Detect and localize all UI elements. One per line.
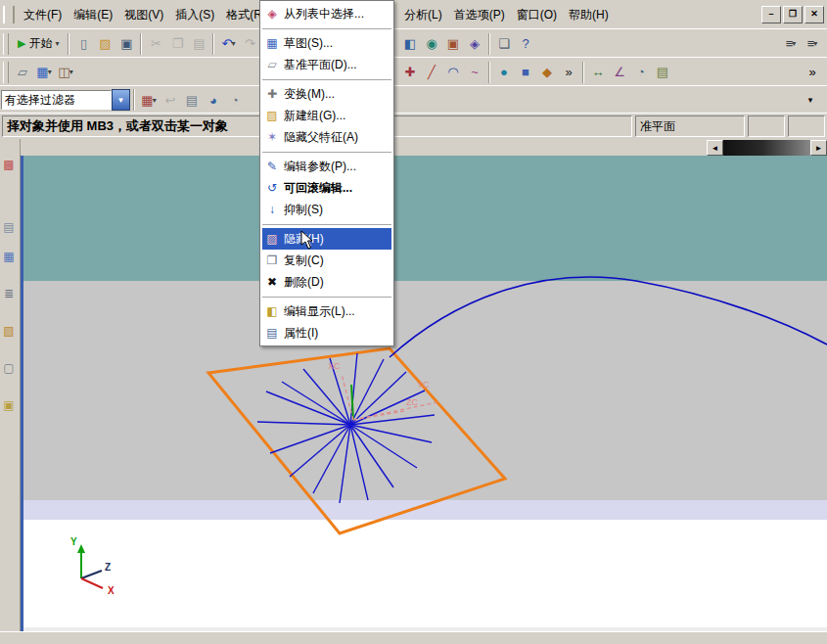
menubar-item[interactable]: 帮助(H) bbox=[563, 5, 615, 24]
toolbar-options2-icon[interactable]: ≡▾ bbox=[802, 33, 823, 55]
sphere-tool-icon[interactable]: ● bbox=[493, 62, 515, 83]
curve-tool-icon-glyph: ~ bbox=[471, 65, 479, 79]
layer-settings-icon[interactable]: ▤ bbox=[652, 62, 673, 83]
context-menu-item[interactable]: ◈从列表中选择... bbox=[262, 3, 391, 24]
resource-bar: ▩▤▦≣▧▢▣ bbox=[0, 139, 21, 631]
sidebar-palette-icon[interactable]: ▧ bbox=[1, 323, 17, 339]
context-menu-item[interactable]: ✶隐藏父特征(A) bbox=[262, 126, 391, 148]
context-menu-item[interactable]: ▨隐藏(H) bbox=[262, 228, 391, 250]
save-icon[interactable]: ▣ bbox=[115, 33, 137, 55]
context-menu-item[interactable]: ❐复制(C) bbox=[262, 250, 391, 271]
menu-separator bbox=[262, 24, 391, 32]
graphics-canvas[interactable] bbox=[21, 156, 827, 631]
sidebar-roles-icon[interactable]: ▢ bbox=[1, 360, 17, 376]
context-menu-item[interactable]: ✎编辑参数(P)... bbox=[262, 156, 391, 177]
sidebar-history-icon[interactable]: ▩ bbox=[1, 157, 17, 172]
restore-icon[interactable]: ❐ bbox=[783, 6, 803, 23]
copy-item-icon: ❐ bbox=[262, 253, 282, 267]
scroll-left-icon[interactable]: ◄ bbox=[707, 140, 723, 156]
context-menu-item[interactable]: ▱基准平面(D)... bbox=[262, 54, 391, 75]
menu-separator bbox=[262, 75, 391, 83]
copy-icon[interactable]: ❐ bbox=[166, 33, 188, 55]
line-tool-icon[interactable]: ╱ bbox=[421, 62, 442, 83]
view-orient-icon[interactable]: ◧ bbox=[399, 33, 421, 55]
measure-angle-icon-glyph: ∠ bbox=[614, 65, 625, 79]
graphics-top-strip: ◄ ► bbox=[21, 139, 827, 156]
context-menu-item[interactable]: ↓抑制(S) bbox=[262, 199, 391, 220]
start-button[interactable]: ▶ 开始 ▾ bbox=[12, 32, 65, 56]
copy-icon-glyph: ❐ bbox=[172, 36, 184, 51]
scrollbar-track[interactable] bbox=[723, 140, 810, 156]
block-tool-icon[interactable]: ■ bbox=[515, 62, 536, 83]
suppress-icon: ↓ bbox=[262, 203, 282, 216]
sketch-tool-icon[interactable]: ▦▾ bbox=[33, 62, 55, 83]
context-menu-item-label: 编辑参数(P)... bbox=[282, 159, 356, 175]
open-file-icon[interactable]: ▨ bbox=[94, 33, 115, 55]
context-menu-item[interactable]: ▨新建组(G)... bbox=[262, 105, 391, 126]
context-menu-item[interactable]: ▤属性(I) bbox=[262, 322, 391, 344]
status-cell bbox=[788, 115, 825, 137]
menubar-item[interactable]: 首选项(P) bbox=[448, 5, 511, 24]
menubar-item[interactable]: 视图(V) bbox=[118, 5, 169, 24]
shaded-ball-icon[interactable]: ◕ bbox=[203, 89, 224, 111]
close-icon[interactable]: ✕ bbox=[804, 6, 824, 23]
datum-plane-tool-icon[interactable]: ▱ bbox=[12, 62, 33, 83]
snap-point-icon[interactable]: ▦▾ bbox=[138, 89, 160, 111]
context-menu-item-label: 新建组(G)... bbox=[282, 108, 345, 124]
selection-filter-combo[interactable]: 有选择过滤器 ▼ bbox=[1, 89, 130, 111]
more-dropdown-icon[interactable]: ▾ bbox=[800, 89, 821, 111]
paste-icon[interactable]: ▤ bbox=[188, 33, 209, 55]
undo-icon[interactable]: ↶▾ bbox=[217, 33, 239, 55]
cut-icon[interactable]: ✂ bbox=[145, 33, 166, 55]
minimize-icon[interactable]: – bbox=[761, 6, 781, 23]
graphics-window: ▩▤▦≣▧▢▣ ◄ ► XCYCZCYZX bbox=[0, 139, 827, 631]
point-tool-icon[interactable]: ✚ bbox=[399, 62, 421, 83]
sidebar-assembly-icon[interactable]: ▤ bbox=[1, 219, 17, 235]
more-tools-icon[interactable]: » bbox=[558, 62, 579, 83]
horizontal-scrollbar[interactable]: ◄ ► bbox=[707, 140, 827, 156]
status-cell bbox=[748, 115, 785, 137]
menubar-item[interactable]: 编辑(E) bbox=[68, 5, 118, 24]
measure-distance-icon[interactable]: ↔ bbox=[587, 62, 609, 83]
redo-icon[interactable]: ↷ bbox=[239, 33, 260, 55]
shaded-view-icon[interactable]: ◉ bbox=[421, 33, 442, 55]
window-icon[interactable]: ❏ bbox=[493, 33, 515, 55]
combo-dropdown-icon[interactable]: ▼ bbox=[112, 89, 130, 111]
datum-plane-icon: ▱ bbox=[262, 58, 282, 71]
measure-angle-icon[interactable]: ∠ bbox=[609, 62, 630, 83]
transform-icon: ✚ bbox=[262, 87, 282, 101]
toolbar-row2-left-icons: ▯▨▣✂❐▤↶▾↷ bbox=[72, 33, 260, 55]
context-menu-item-label: 复制(C) bbox=[282, 253, 324, 269]
feature-tool-icon[interactable]: ◫▾ bbox=[55, 62, 76, 83]
menubar-item[interactable]: 窗口(O) bbox=[511, 5, 563, 24]
arc-tool-icon[interactable]: ◠ bbox=[442, 62, 464, 83]
menubar-item[interactable]: 插入(S) bbox=[169, 5, 220, 24]
info-analysis-icon[interactable]: ◔ bbox=[630, 62, 652, 83]
context-help-icon[interactable]: ? bbox=[515, 33, 536, 55]
new-file-icon[interactable]: ▯ bbox=[72, 33, 94, 55]
scroll-right-icon[interactable]: ► bbox=[810, 140, 827, 156]
back-icon-glyph: ↩ bbox=[165, 93, 176, 108]
toolbar-separator bbox=[488, 33, 490, 55]
menubar-item[interactable]: 文件(F) bbox=[18, 5, 68, 24]
context-menu-item[interactable]: ▦草图(S)... bbox=[262, 32, 391, 54]
selection-filter-value[interactable]: 有选择过滤器 bbox=[1, 90, 112, 110]
context-menu-item[interactable]: ✚变换(M)... bbox=[262, 83, 391, 105]
selection-bar-more: ▾ bbox=[800, 89, 821, 111]
toolbar-options-icon[interactable]: ≡▾ bbox=[780, 33, 802, 55]
sidebar-part-navigator-icon[interactable]: ≣ bbox=[1, 286, 17, 301]
back-icon[interactable]: ↩ bbox=[160, 89, 181, 111]
iso-view-icon[interactable]: ◈ bbox=[464, 33, 485, 55]
boolean-tool-icon[interactable]: ◆ bbox=[536, 62, 558, 83]
cube-view-icon[interactable]: ▣ bbox=[442, 33, 464, 55]
overflow-chevron-icon[interactable]: » bbox=[802, 62, 823, 83]
menubar-item[interactable]: 分析(L) bbox=[398, 5, 448, 24]
wire-ball-icon[interactable]: ◔ bbox=[224, 89, 246, 111]
context-menu-item[interactable]: ◧编辑显示(L)... bbox=[262, 300, 391, 322]
context-menu-item[interactable]: ✖删除(D) bbox=[262, 271, 391, 293]
context-menu-item[interactable]: ↺可回滚编辑... bbox=[262, 177, 391, 199]
curve-tool-icon[interactable]: ~ bbox=[464, 62, 485, 83]
sidebar-system-icon[interactable]: ▣ bbox=[1, 397, 17, 413]
sidebar-constraint-icon[interactable]: ▦ bbox=[1, 249, 17, 264]
work-layer-icon[interactable]: ▤ bbox=[181, 89, 203, 111]
